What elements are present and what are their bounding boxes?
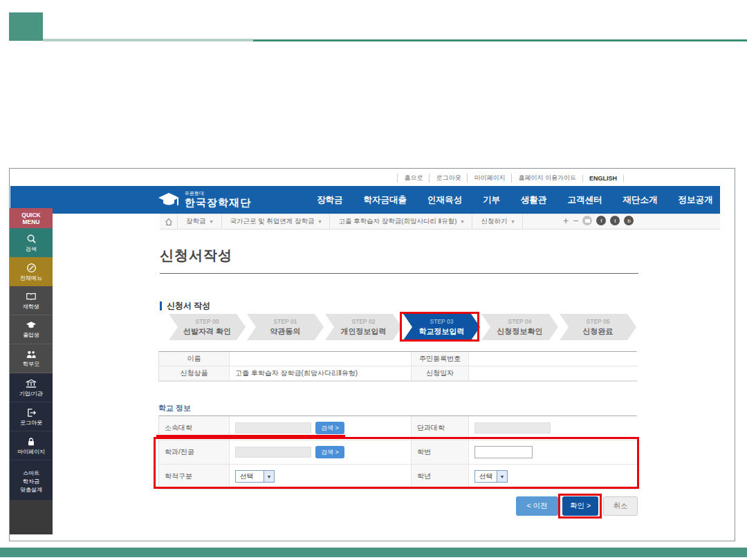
utility-home-link[interactable]: 홈으로 [397, 174, 429, 183]
section-accent-bar [160, 301, 162, 310]
sidebar-item-parents[interactable]: 학부모 [10, 344, 53, 373]
university-input[interactable] [235, 422, 311, 433]
breadcrumb-label: 국가근로 및 취업연계 장학금 [230, 217, 315, 226]
step-label: 신청정보확인 [497, 326, 543, 337]
breadcrumb-label: 고졸 후학습자 장학금(희망사다리 Ⅱ유형) [338, 217, 456, 226]
breadcrumb-item-work-scholarship[interactable]: 국가근로 및 취업연계 장학금 ▾ [222, 214, 331, 229]
department-search-button[interactable]: 검색 > [315, 446, 344, 458]
breadcrumb-item-program[interactable]: 고졸 후학습자 장학금(희망사다리 Ⅱ유형) ▾ [330, 214, 472, 229]
college-input [474, 422, 551, 433]
utility-logout-link[interactable]: 로그아웃 [429, 174, 467, 183]
print-icon[interactable] [582, 216, 592, 225]
logout-icon [26, 408, 37, 418]
step-indicator: STEP 00 선발자격 확인 STEP 01 약관동의 STEP 02 개인정… [169, 314, 638, 340]
section-title: 신청서 작성 [167, 300, 210, 312]
pencil-circle-icon [26, 263, 37, 273]
facebook-icon[interactable]: f [596, 216, 606, 225]
blog-icon[interactable]: b [624, 216, 634, 225]
grade-year-cell: 선택 ▼ [469, 465, 638, 489]
sidebar-item-label: 기업/기관 [19, 391, 43, 397]
nav-dormitory[interactable]: 생활관 [521, 194, 547, 206]
chevron-down-icon: ▾ [461, 218, 463, 225]
utility-mypage-link[interactable]: 마이페이지 [467, 174, 511, 183]
nav-talent[interactable]: 인재육성 [427, 194, 462, 206]
utility-guide-link[interactable]: 홈페이지 이용가이드 [511, 174, 582, 183]
step-02: STEP 02 개인정보입력 [325, 314, 402, 340]
department-input[interactable] [235, 447, 311, 458]
grade-year-label: 학년 [412, 465, 469, 489]
chevron-down-icon: ▾ [511, 218, 514, 225]
university-search-button[interactable]: 검색 > [315, 422, 344, 434]
quick-menu-title: QUICK MENU [10, 208, 53, 228]
rrn-label: 주민등록번호 [412, 352, 469, 366]
sidebar-item-label: 로그아웃 [20, 420, 42, 426]
step-01: STEP 01 약관동의 [247, 314, 324, 340]
sidebar-item-label: 전체메뉴 [20, 275, 42, 281]
sidebar-item-label: 맞춤설계 [20, 487, 42, 493]
step-04: STEP 04 신청정보확인 [481, 314, 558, 340]
university-label: 소속대학 [159, 416, 230, 440]
sidebar-item-label: 스마트 [23, 470, 39, 476]
enrollment-status-select[interactable]: 선택 ▼ [235, 470, 275, 483]
student-id-input[interactable] [474, 446, 533, 458]
section-header: 신청서 작성 [160, 300, 210, 312]
nav-donation[interactable]: 기부 [483, 194, 500, 206]
graduation-cap-icon [26, 321, 37, 330]
slide-divider-light [43, 39, 253, 41]
page-title: 신청서작성 [160, 246, 232, 265]
grade-year-select[interactable]: 선택 ▼ [474, 470, 508, 483]
school-section-title: 학교 정보 [158, 403, 191, 413]
step-number: STEP 02 [352, 318, 376, 325]
nav-customer-center[interactable]: 고객센터 [568, 194, 602, 206]
sidebar-item-label: 학부모 [23, 361, 39, 367]
nav-about[interactable]: 재단소개 [623, 194, 658, 206]
applicant-info-table: 이름 주민등록번호 신청상품 고졸 후학습자 장학금(희망사다리Ⅱ유형) 신청일… [158, 351, 637, 382]
nav-student-loan[interactable]: 학자금대출 [364, 194, 407, 206]
sidebar-item-all-menu[interactable]: 전체메뉴 [10, 257, 53, 286]
sidebar-item-smart-plan[interactable]: 스마트 학자금 맞춤설계 [10, 460, 53, 500]
previous-button[interactable]: < 이전 [516, 496, 558, 516]
sidebar-item-enrolled-student[interactable]: 재학생 [10, 286, 53, 315]
rrn-value [469, 352, 638, 366]
sidebar-item-mypage[interactable]: 마이페이지 [10, 431, 53, 460]
logo-tagline: 푸른등대 [185, 191, 251, 196]
college-cell [469, 416, 638, 440]
confirm-button[interactable]: 확인 > [562, 496, 598, 516]
utility-english-link[interactable]: ENGLISH [582, 175, 624, 182]
logo-name: 한국장학재단 [185, 196, 251, 209]
step-label: 약관동의 [270, 326, 301, 337]
step-03-active: STEP 03 학교정보입력 [403, 314, 480, 340]
home-icon[interactable] [160, 214, 178, 229]
cancel-button[interactable]: 취소 [603, 496, 638, 516]
zoom-in-icon[interactable]: + [563, 216, 569, 225]
site-logo[interactable]: 푸른등대 한국장학재단 [157, 191, 251, 209]
sidebar-item-logout[interactable]: 로그아웃 [10, 402, 53, 431]
enrollment-status-cell: 선택 ▼ [230, 465, 412, 489]
dropdown-arrow-icon: ▼ [264, 471, 274, 482]
sidebar-item-graduate[interactable]: 졸업생 [10, 315, 53, 344]
utility-bar: 홈으로 로그아웃 마이페이지 홈페이지 이용가이드 ENGLISH [397, 174, 624, 183]
step-number: STEP 04 [508, 318, 532, 325]
apply-date-label: 신청일자 [412, 366, 469, 381]
twitter-icon[interactable]: t [610, 216, 620, 225]
sidebar-item-search[interactable]: 검색 [10, 228, 53, 257]
zoom-out-icon[interactable]: − [573, 216, 578, 225]
people-icon [26, 350, 37, 359]
nav-disclosure[interactable]: 정보공개 [679, 194, 713, 206]
nav-scholarship[interactable]: 장학금 [317, 194, 343, 206]
sidebar-item-corporate[interactable]: 기업/기관 [10, 373, 53, 402]
select-value: 선택 [475, 472, 497, 481]
name-label: 이름 [159, 352, 230, 366]
breadcrumb-item-scholarship[interactable]: 장학금 ▾ [178, 214, 222, 229]
step-number: STEP 00 [196, 318, 219, 325]
slide-bottom-bar [0, 548, 747, 557]
breadcrumb-item-apply[interactable]: 신청하기 ▾ [472, 214, 523, 229]
step-number: STEP 01 [274, 318, 297, 325]
sidebar-item-label: 마이페이지 [17, 449, 45, 455]
product-label: 신청상품 [159, 366, 230, 381]
step-05: STEP 05 신청완료 [560, 314, 636, 340]
breadcrumb-label: 신청하기 [481, 217, 507, 226]
university-cell: 검색 > [230, 416, 412, 440]
sidebar-filler [10, 500, 53, 534]
department-cell: 검색 > [230, 440, 412, 465]
